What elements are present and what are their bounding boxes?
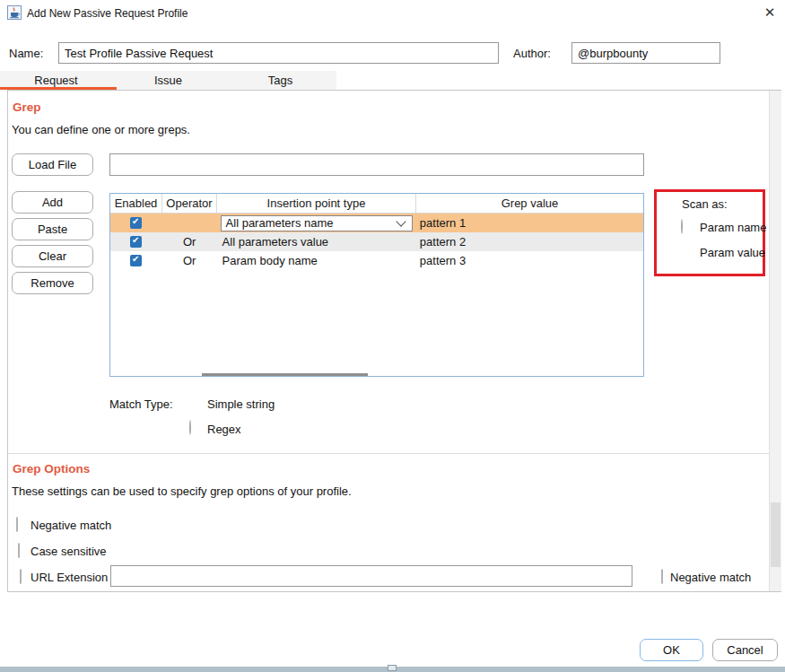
insertion-point-combobox[interactable]: All parameters name bbox=[221, 215, 413, 231]
tab-tags[interactable]: Tags bbox=[224, 71, 336, 90]
param-name-radio[interactable] bbox=[681, 219, 683, 234]
grep-table-header: Enabled Operator Insertion point type Gr… bbox=[110, 194, 643, 214]
simple-string-label: Simple string bbox=[207, 397, 275, 411]
operator-cell: Or bbox=[162, 254, 217, 267]
java-app-icon bbox=[7, 5, 22, 20]
url-extension-input[interactable] bbox=[110, 565, 632, 587]
table-row[interactable]: All parameters name pattern 1 bbox=[110, 214, 643, 232]
remove-button[interactable]: Remove bbox=[12, 272, 93, 294]
ok-button[interactable]: OK bbox=[640, 639, 703, 661]
paste-button[interactable]: Paste bbox=[12, 218, 93, 240]
url-negative-match-label: Negative match bbox=[670, 571, 751, 584]
url-extension-label: URL Extension bbox=[31, 571, 108, 584]
grep-options-description: These settings can be used to specify gr… bbox=[12, 484, 352, 498]
grep-value-cell: pattern 3 bbox=[415, 254, 643, 267]
column-header-insertion-point-type[interactable]: Insertion point type bbox=[217, 194, 416, 213]
negative-match-checkbox[interactable] bbox=[16, 517, 18, 532]
grep-options-heading: Grep Options bbox=[13, 462, 90, 476]
vertical-scrollbar-thumb[interactable] bbox=[771, 502, 781, 567]
name-label: Name: bbox=[9, 47, 43, 60]
resize-grip[interactable] bbox=[388, 665, 397, 671]
operator-cell: Or bbox=[162, 235, 217, 249]
close-icon[interactable]: ✕ bbox=[759, 3, 781, 22]
cancel-button[interactable]: Cancel bbox=[712, 639, 778, 661]
column-header-enabled[interactable]: Enabled bbox=[110, 194, 162, 213]
param-value-label: Param value bbox=[700, 246, 765, 259]
column-header-grep-value[interactable]: Grep value bbox=[416, 194, 643, 213]
enabled-checkbox[interactable] bbox=[130, 255, 142, 266]
chevron-down-icon bbox=[396, 216, 406, 226]
column-header-operator[interactable]: Operator bbox=[162, 194, 217, 213]
insertion-point-cell: All parameters value bbox=[217, 235, 415, 249]
case-sensitive-checkbox[interactable] bbox=[18, 543, 20, 558]
grep-value-cell: pattern 2 bbox=[415, 235, 643, 249]
match-type-label: Match Type: bbox=[109, 397, 173, 411]
tab-issue[interactable]: Issue bbox=[112, 71, 224, 90]
grep-file-input[interactable] bbox=[109, 153, 644, 176]
url-negative-match-checkbox[interactable] bbox=[661, 569, 663, 584]
param-name-label: Param name bbox=[700, 221, 766, 234]
grep-table: Enabled Operator Insertion point type Gr… bbox=[109, 193, 644, 377]
clear-button[interactable]: Clear bbox=[12, 245, 93, 267]
insertion-point-cell: Param body name bbox=[217, 254, 415, 267]
case-sensitive-label: Case sensitive bbox=[31, 545, 107, 558]
regex-label: Regex bbox=[207, 423, 241, 436]
load-file-button[interactable]: Load File bbox=[12, 153, 93, 176]
grep-section-description: You can define one or more greps. bbox=[12, 123, 190, 136]
name-input[interactable] bbox=[58, 42, 499, 64]
combobox-value: All parameters name bbox=[226, 216, 397, 230]
author-label: Author: bbox=[513, 47, 551, 60]
grep-value-cell: pattern 1 bbox=[415, 216, 643, 230]
section-divider bbox=[8, 453, 769, 454]
scan-as-label: Scan as: bbox=[682, 197, 728, 211]
window-title: Add New Passive Request Profile bbox=[27, 7, 188, 20]
url-extension-checkbox[interactable] bbox=[20, 569, 22, 584]
add-button[interactable]: Add bbox=[12, 191, 93, 214]
add-passive-request-profile-dialog: Add New Passive Request Profile ✕ Name: … bbox=[0, 0, 785, 672]
author-input[interactable] bbox=[571, 42, 720, 64]
horizontal-scrollbar-thumb[interactable] bbox=[202, 373, 368, 376]
enabled-checkbox[interactable] bbox=[130, 236, 142, 248]
enabled-checkbox[interactable] bbox=[130, 217, 142, 229]
table-row[interactable]: Or All parameters value pattern 2 bbox=[110, 232, 643, 251]
grep-section-heading: Grep bbox=[13, 100, 41, 114]
table-row[interactable]: Or Param body name pattern 3 bbox=[110, 251, 643, 270]
negative-match-label: Negative match bbox=[31, 519, 111, 532]
regex-radio[interactable] bbox=[189, 420, 191, 435]
